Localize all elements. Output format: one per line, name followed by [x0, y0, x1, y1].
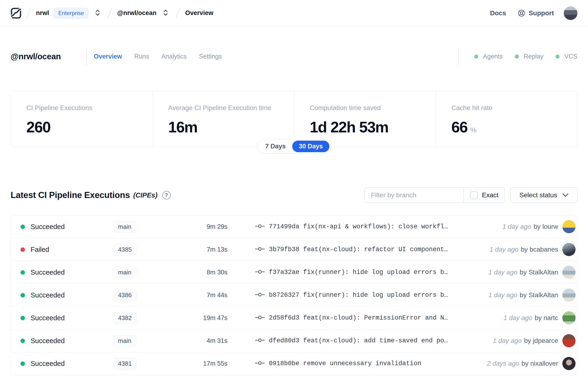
table-row[interactable]: Succeeded 4381 17m 55s 0918b0be remove u… — [11, 352, 577, 375]
author: by StalkAltan — [520, 268, 558, 276]
support-link[interactable]: Support — [517, 9, 554, 17]
branch-badge[interactable]: 4381 — [113, 358, 137, 370]
stat-value: 260 — [26, 118, 50, 136]
enterprise-badge: Enterprise — [54, 8, 88, 19]
stat-value: 66 — [451, 118, 467, 136]
help-icon[interactable]: ? — [162, 191, 171, 199]
relative-time: 1 day ago — [490, 246, 518, 253]
author: by nixallover — [521, 360, 558, 367]
status-indicators: Agents Replay VCS — [474, 53, 577, 60]
divider — [458, 48, 459, 65]
branch-filter-group: Exact — [364, 188, 505, 203]
author: by bcabanes — [521, 246, 558, 253]
relative-time: 1 day ago — [489, 291, 517, 299]
range-7-days[interactable]: 7 Days — [259, 141, 292, 152]
workspace-title: @nrwl/ocean — [11, 52, 61, 61]
exact-checkbox[interactable] — [470, 191, 478, 199]
relative-time: 2 days ago — [487, 360, 519, 367]
commit-icon — [255, 246, 265, 253]
workspace-switcher-icon[interactable] — [163, 9, 169, 17]
status-select-label: Select status — [519, 191, 557, 199]
duration: 8m 30s — [168, 269, 228, 276]
relative-time: 1 day ago — [503, 314, 532, 322]
commit-icon — [255, 269, 265, 276]
relative-time: 1 day ago — [489, 268, 517, 276]
table-row[interactable]: Succeeded main 4m 31s dfed80d3 feat(nx-c… — [11, 329, 577, 352]
breadcrumb-page: Overview — [185, 9, 213, 17]
stat-label: Computation time saved — [310, 104, 429, 112]
branch-badge[interactable]: 4382 — [113, 312, 137, 324]
nx-cloud-logo[interactable] — [11, 7, 21, 19]
branch-badge[interactable]: 4386 — [113, 289, 137, 301]
stat-card-cache-hit-rate: Cache hit rate 66% — [436, 91, 577, 147]
commit-message[interactable]: 2d58f6d3 feat(nx-cloud): PermissionError… — [269, 314, 448, 322]
commit-icon — [255, 223, 265, 230]
stat-value: 1d 22h 53m — [310, 118, 388, 136]
commit-message[interactable]: 771499da fix(nx-api & workflows): close … — [269, 223, 448, 230]
commit-message[interactable]: 3b79fb38 feat(nx-cloud): refactor UI com… — [269, 246, 448, 253]
commit-message[interactable]: f37a32ae fix(runner): hide log upload er… — [269, 269, 448, 276]
relative-time: 1 day ago — [502, 223, 531, 230]
breadcrumb-org[interactable]: nrwl — [36, 9, 49, 17]
commit-message[interactable]: dfed80d3 feat(nx-cloud): add time-saved … — [269, 337, 448, 344]
tab-settings[interactable]: Settings — [199, 53, 222, 60]
avatar — [562, 243, 575, 256]
status-label: Succeeded — [26, 314, 106, 322]
breadcrumb-workspace[interactable]: @nrwl/ocean — [117, 9, 156, 17]
org-switcher-icon[interactable] — [95, 9, 101, 17]
indicator-label: VCS — [564, 53, 577, 60]
table-row[interactable]: Succeeded main 8m 30s f37a32ae fix(runne… — [11, 261, 577, 284]
section-title-suffix: (CIPEs) — [133, 191, 157, 199]
cipe-table: Succeeded main 9m 29s 771499da fix(nx-ap… — [11, 215, 577, 375]
author: by StalkAltan — [520, 291, 558, 299]
table-row[interactable]: Succeeded 4382 19m 47s 2d58f6d3 feat(nx-… — [11, 307, 577, 329]
user-avatar[interactable] — [564, 6, 577, 20]
indicator-agents: Agents — [474, 53, 503, 60]
avatar — [562, 357, 575, 370]
tab-overview[interactable]: Overview — [94, 53, 122, 60]
tab-analytics[interactable]: Analytics — [161, 53, 187, 60]
status-dot — [20, 270, 25, 275]
support-label: Support — [529, 9, 554, 17]
lifebuoy-icon — [517, 9, 525, 17]
duration: 4m 31s — [168, 337, 228, 344]
chevron-down-icon — [562, 193, 569, 197]
table-row[interactable]: Succeeded 4386 7m 44s b8726327 fix(runne… — [11, 284, 577, 307]
indicator-label: Replay — [524, 53, 543, 60]
breadcrumb-separator — [176, 8, 180, 18]
status-label: Succeeded — [26, 268, 106, 276]
docs-link[interactable]: Docs — [490, 9, 506, 17]
status-select-dropdown[interactable]: Select status — [510, 188, 577, 203]
commit-icon — [255, 292, 265, 299]
author: by nartc — [535, 314, 558, 322]
exact-toggle[interactable]: Exact — [464, 188, 505, 203]
green-dot-icon — [555, 55, 560, 58]
range-30-days[interactable]: 30 Days — [292, 141, 329, 152]
stat-label: Average CI Pipeline Execution time — [168, 104, 287, 112]
stat-card-computation-time-saved: Computation time saved 1d 22h 53m — [294, 91, 436, 147]
tab-runs[interactable]: Runs — [134, 53, 149, 60]
table-row[interactable]: Succeeded main 9m 29s 771499da fix(nx-ap… — [11, 215, 577, 238]
avatar — [562, 311, 575, 324]
relative-time: 1 day ago — [493, 337, 522, 344]
branch-badge[interactable]: 4385 — [113, 244, 137, 256]
branch-filter-input[interactable] — [365, 188, 464, 203]
breadcrumb-separator — [108, 8, 112, 18]
docs-label: Docs — [490, 9, 506, 17]
branch-badge[interactable]: main — [113, 221, 136, 233]
commit-message[interactable]: 0918b0be remove unnecessary invalidation — [269, 360, 421, 367]
branch-badge[interactable]: main — [113, 335, 136, 347]
table-row[interactable]: Failed 4385 7m 13s 3b79fb38 feat(nx-clou… — [11, 238, 577, 261]
green-dot-icon — [474, 55, 478, 58]
breadcrumb-separator — [27, 8, 31, 18]
stat-label: Cache hit rate — [451, 104, 570, 112]
exact-label: Exact — [482, 191, 498, 199]
status-dot — [20, 316, 25, 320]
branch-badge[interactable]: main — [113, 266, 136, 278]
commit-message[interactable]: b8726327 fix(runner): hide log upload er… — [269, 292, 448, 299]
stat-cards: CI Pipeline Executions 260 Average CI Pi… — [11, 91, 577, 147]
stat-suffix: % — [470, 126, 476, 134]
duration: 7m 13s — [168, 246, 228, 253]
duration: 19m 47s — [168, 314, 228, 322]
commit-icon — [255, 360, 265, 367]
